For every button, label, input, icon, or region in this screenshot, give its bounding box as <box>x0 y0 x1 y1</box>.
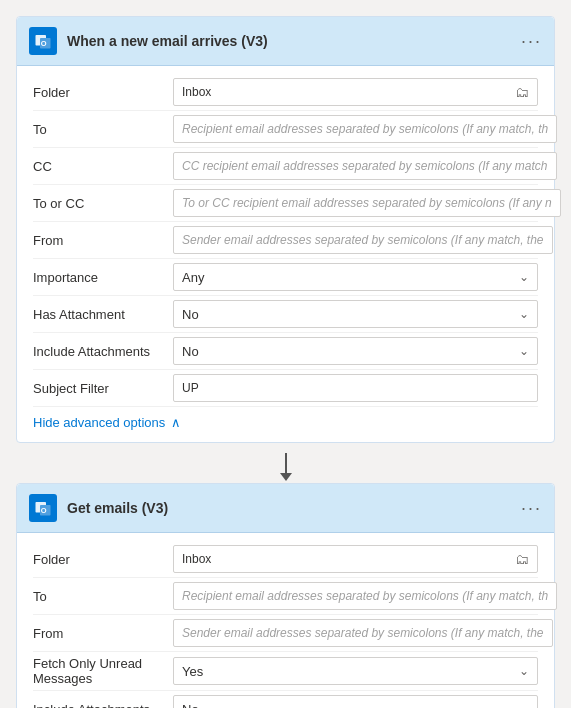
value-to2: Recipient email addresses separated by s… <box>173 582 557 610</box>
label-includeattachments1: Include Attachments <box>33 344 173 359</box>
subjectfilter1-input[interactable]: UP <box>173 374 538 402</box>
hasattachment1-select[interactable]: No ⌄ <box>173 300 538 328</box>
svg-text:O: O <box>41 39 47 48</box>
value-subjectfilter1: UP <box>173 374 538 402</box>
label-hasattachment1: Has Attachment <box>33 307 173 322</box>
value-importance1: Any ⌄ <box>173 263 538 291</box>
svg-text:O: O <box>41 506 47 515</box>
importance1-value: Any <box>182 270 204 285</box>
folder2-value: Inbox <box>182 552 511 566</box>
arrow-connector <box>16 451 555 483</box>
field-row-includeattachments1: Include Attachments No ⌄ <box>33 333 538 370</box>
value-folder1: Inbox 🗂 <box>173 78 538 106</box>
label-subjectfilter1: Subject Filter <box>33 381 173 396</box>
value-to1: Recipient email addresses separated by s… <box>173 115 557 143</box>
subjectfilter1-value: UP <box>182 381 529 395</box>
arrow-line <box>285 453 287 473</box>
card1-title: When a new email arrives (V3) <box>67 33 268 49</box>
field-row-importance1: Importance Any ⌄ <box>33 259 538 296</box>
field-row-folder1: Folder Inbox 🗂 <box>33 74 538 111</box>
hasattachment1-value: No <box>182 307 199 322</box>
value-folder2: Inbox 🗂 <box>173 545 538 573</box>
includeattachments1-value: No <box>182 344 199 359</box>
cc1-placeholder: CC recipient email addresses separated b… <box>182 159 548 173</box>
card1-body: Folder Inbox 🗂 To Recipient email addres… <box>17 66 554 442</box>
includeattachments2-chevron: ⌄ <box>519 702 529 708</box>
label-from1: From <box>33 233 173 248</box>
hide-advanced-button[interactable]: Hide advanced options ∧ <box>33 407 538 434</box>
card2-title: Get emails (V3) <box>67 500 168 516</box>
value-toorcc1: To or CC recipient email addresses separ… <box>173 189 561 217</box>
label-folder2: Folder <box>33 552 173 567</box>
includeattachments2-select[interactable]: No ⌄ <box>173 695 538 708</box>
card2-header: O Get emails (V3) ··· <box>17 484 554 533</box>
toorcc1-placeholder: To or CC recipient email addresses separ… <box>182 196 552 210</box>
field-row-subjectfilter1: Subject Filter UP <box>33 370 538 407</box>
field-row-folder2: Folder Inbox 🗂 <box>33 541 538 578</box>
label-folder1: Folder <box>33 85 173 100</box>
card1-header: O When a new email arrives (V3) ··· <box>17 17 554 66</box>
hide-advanced-chevron: ∧ <box>171 415 181 430</box>
field-row-to1: To Recipient email addresses separated b… <box>33 111 538 148</box>
to1-placeholder: Recipient email addresses separated by s… <box>182 122 548 136</box>
outlook-icon-2: O <box>29 494 57 522</box>
importance1-select[interactable]: Any ⌄ <box>173 263 538 291</box>
fetchunread2-select[interactable]: Yes ⌄ <box>173 657 538 685</box>
includeattachments1-chevron: ⌄ <box>519 344 529 358</box>
toorcc1-input[interactable]: To or CC recipient email addresses separ… <box>173 189 561 217</box>
field-row-hasattachment1: Has Attachment No ⌄ <box>33 296 538 333</box>
value-from2: Sender email addresses separated by semi… <box>173 619 553 647</box>
label-includeattachments2: Include Attachments <box>33 702 173 709</box>
includeattachments2-value: No <box>182 702 199 709</box>
to2-placeholder: Recipient email addresses separated by s… <box>182 589 548 603</box>
card-when-new-email: O When a new email arrives (V3) ··· Fold… <box>16 16 555 443</box>
label-importance1: Importance <box>33 270 173 285</box>
from1-input[interactable]: Sender email addresses separated by semi… <box>173 226 553 254</box>
label-to1: To <box>33 122 173 137</box>
arrow-down <box>280 453 292 481</box>
field-row-to2: To Recipient email addresses separated b… <box>33 578 538 615</box>
from1-placeholder: Sender email addresses separated by semi… <box>182 233 544 247</box>
folder1-icon: 🗂 <box>515 84 529 100</box>
hasattachment1-chevron: ⌄ <box>519 307 529 321</box>
value-from1: Sender email addresses separated by semi… <box>173 226 553 254</box>
card1-menu-button[interactable]: ··· <box>521 32 542 50</box>
value-cc1: CC recipient email addresses separated b… <box>173 152 557 180</box>
folder1-value: Inbox <box>182 85 511 99</box>
value-hasattachment1: No ⌄ <box>173 300 538 328</box>
value-fetchunread2: Yes ⌄ <box>173 657 538 685</box>
fetchunread2-chevron: ⌄ <box>519 664 529 678</box>
field-row-cc1: CC CC recipient email addresses separate… <box>33 148 538 185</box>
label-from2: From <box>33 626 173 641</box>
field-row-toorcc1: To or CC To or CC recipient email addres… <box>33 185 538 222</box>
label-cc1: CC <box>33 159 173 174</box>
value-includeattachments1: No ⌄ <box>173 337 538 365</box>
card-get-emails: O Get emails (V3) ··· Folder Inbox 🗂 To … <box>16 483 555 708</box>
to2-input[interactable]: Recipient email addresses separated by s… <box>173 582 557 610</box>
field-row-includeattachments2: Include Attachments No ⌄ <box>33 691 538 708</box>
folder2-icon: 🗂 <box>515 551 529 567</box>
includeattachments1-select[interactable]: No ⌄ <box>173 337 538 365</box>
from2-input[interactable]: Sender email addresses separated by semi… <box>173 619 553 647</box>
card2-body: Folder Inbox 🗂 To Recipient email addres… <box>17 533 554 708</box>
label-to2: To <box>33 589 173 604</box>
label-toorcc1: To or CC <box>33 196 173 211</box>
card1-header-left: O When a new email arrives (V3) <box>29 27 268 55</box>
value-includeattachments2: No ⌄ <box>173 695 538 708</box>
arrow-head <box>280 473 292 481</box>
outlook-icon: O <box>29 27 57 55</box>
to1-input[interactable]: Recipient email addresses separated by s… <box>173 115 557 143</box>
fetchunread2-value: Yes <box>182 664 203 679</box>
field-row-from1: From Sender email addresses separated by… <box>33 222 538 259</box>
card2-header-left: O Get emails (V3) <box>29 494 168 522</box>
from2-placeholder: Sender email addresses separated by semi… <box>182 626 544 640</box>
field-row-fetchunread2: Fetch Only Unread Messages Yes ⌄ <box>33 652 538 691</box>
cc1-input[interactable]: CC recipient email addresses separated b… <box>173 152 557 180</box>
field-row-from2: From Sender email addresses separated by… <box>33 615 538 652</box>
folder1-input[interactable]: Inbox 🗂 <box>173 78 538 106</box>
folder2-input[interactable]: Inbox 🗂 <box>173 545 538 573</box>
importance1-chevron: ⌄ <box>519 270 529 284</box>
label-fetchunread2: Fetch Only Unread Messages <box>33 656 173 686</box>
hide-advanced-label: Hide advanced options <box>33 415 165 430</box>
card2-menu-button[interactable]: ··· <box>521 499 542 517</box>
